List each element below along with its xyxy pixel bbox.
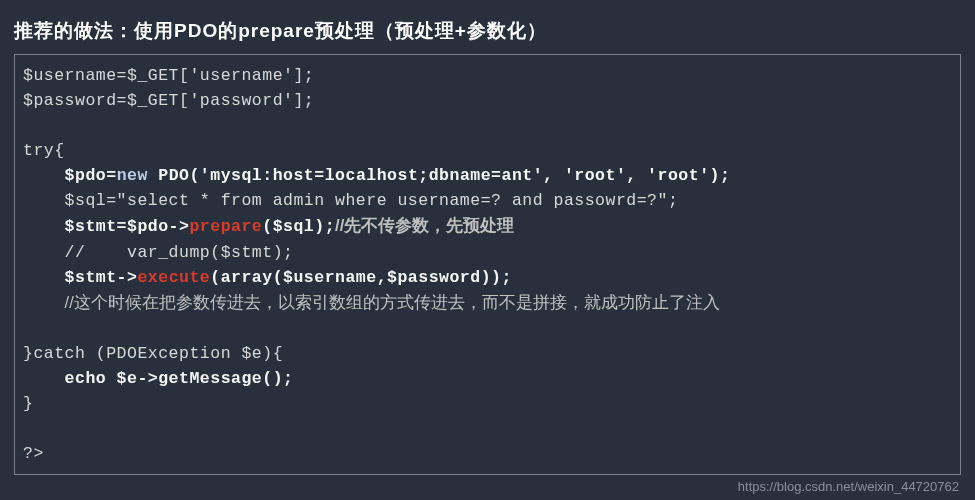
code-text: $stmt=$pdo-> [23,217,189,236]
highlight-prepare: prepare [189,217,262,236]
watermark-url: https://blog.csdn.net/weixin_44720762 [738,479,959,494]
code-block: $username=$_GET['username']; $password=$… [14,54,961,475]
code-text: ($sql); [262,217,335,236]
comment-text: //这个时候在把参数传进去，以索引数组的方式传进去，而不是拼接，就成功防止了注入 [65,293,720,311]
highlight-execute: execute [137,268,210,287]
comment-text: //先不传参数，先预处理 [335,216,514,234]
code-line: $password=$_GET['password']; [23,91,314,110]
code-line: //这个时候在把参数传进去，以索引数组的方式传进去，而不是拼接，就成功防止了注入 [23,294,720,313]
code-line: } [23,394,33,413]
code-line: echo $e->getMessage(); [23,369,293,388]
code-line: ?> [23,444,44,463]
keyword-new: new [117,166,148,185]
slide-title: 推荐的做法：使用PDO的prepare预处理（预处理+参数化） [14,18,961,44]
code-line: $stmt->execute(array($username,$password… [23,268,512,287]
code-line: $username=$_GET['username']; [23,66,314,85]
code-line: $sql="select * from admin where username… [23,191,678,210]
code-text: $stmt-> [23,268,137,287]
code-line: $pdo=new PDO('mysql:host=localhost;dbnam… [23,166,730,185]
code-text [23,294,65,313]
code-text: (array($username,$password)); [210,268,512,287]
code-line: // var_dump($stmt); [23,243,293,262]
code-text: $pdo= [23,166,117,185]
code-line: }catch (PDOException $e){ [23,344,283,363]
code-text: PDO('mysql:host=localhost;dbname=ant', '… [148,166,731,185]
code-line: $stmt=$pdo->prepare($sql);//先不传参数，先预处理 [23,217,514,236]
code-line: try{ [23,141,65,160]
